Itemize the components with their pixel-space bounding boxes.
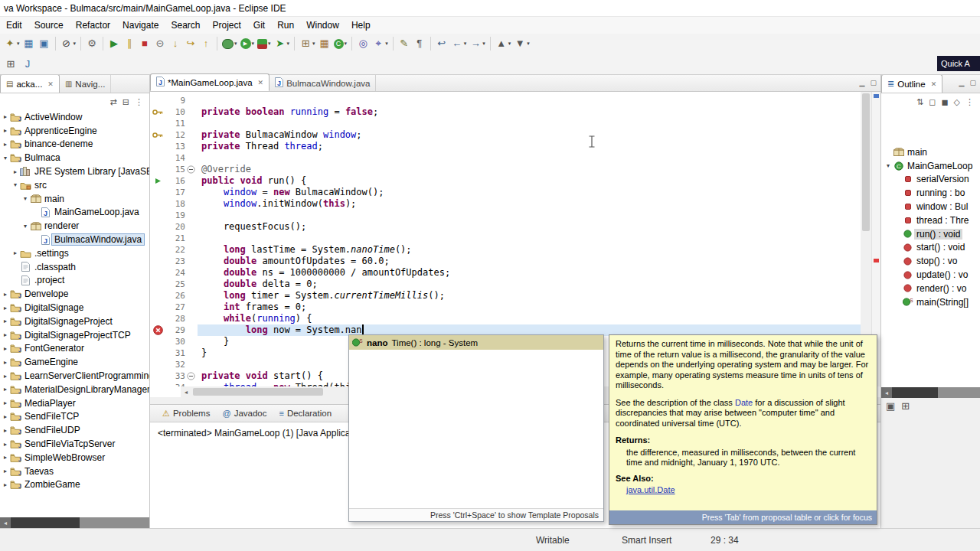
new-java-project-button[interactable]: ⊞▾ xyxy=(298,35,317,52)
outline-item-main[interactable]: main xyxy=(881,145,980,159)
suspend-button[interactable]: ∥ xyxy=(122,35,137,52)
expand-arrow-icon[interactable]: ▸ xyxy=(2,454,9,461)
last-edit-location-button[interactable]: ↩ xyxy=(434,35,449,52)
tree-item-activewindow[interactable]: ▸JActiveWindow xyxy=(0,110,149,124)
code-line-15[interactable]: @Override xyxy=(198,164,861,175)
menu-source[interactable]: Source xyxy=(28,18,70,33)
tree-item-main[interactable]: ▾main xyxy=(0,192,149,206)
restore-view-icon[interactable]: ▣ xyxy=(886,402,895,410)
link-with-editor-icon[interactable]: ⇄ xyxy=(110,98,117,106)
outline-item-window-bul[interactable]: window : Bul xyxy=(881,200,980,214)
close-icon[interactable]: ✕ xyxy=(931,80,937,88)
outline-item-run-void[interactable]: run() : void xyxy=(881,227,980,241)
fold-minus-icon[interactable] xyxy=(185,165,196,174)
tree-item-apprenticeengine[interactable]: ▸JApprenticeEngine xyxy=(0,124,149,138)
previous-annotation-button[interactable]: ▲▾ xyxy=(494,35,513,52)
run-button[interactable]: ▶▾ xyxy=(239,35,256,52)
tree-item-zombiegame[interactable]: ▸JZombieGame xyxy=(0,478,149,492)
step-over-button[interactable]: ↪ xyxy=(183,35,198,52)
tree-item-bulmaca[interactable]: ▾JBulmaca xyxy=(0,151,149,165)
code-line-28[interactable]: while(running) { xyxy=(198,313,861,324)
view-menu-icon[interactable]: ⋮ xyxy=(135,98,143,106)
tab-declaration[interactable]: ≡Declaration xyxy=(273,405,338,422)
outline-item-stop-vo[interactable]: stop() : vo xyxy=(881,254,980,268)
code-line-25[interactable]: double delta = 0; xyxy=(198,279,861,290)
console-view-icon[interactable]: ⊞ xyxy=(901,402,910,410)
error-marker-icon[interactable] xyxy=(150,325,165,335)
tree-item-bulmacawindow-java[interactable]: JBulmacaWindow.java xyxy=(0,233,149,246)
new-package-button[interactable]: ▦ xyxy=(317,35,332,52)
expand-arrow-icon[interactable]: ▸ xyxy=(2,386,9,393)
expand-arrow-icon[interactable]: ▸ xyxy=(2,291,9,298)
maximize-icon[interactable]: ▢ xyxy=(969,79,976,86)
java-perspective-button[interactable]: J xyxy=(20,56,35,73)
hide-fields-icon[interactable]: ◻ xyxy=(929,98,936,106)
terminate-button[interactable]: ■ xyxy=(137,35,152,52)
tree-item-taevas[interactable]: ▸JTaevas xyxy=(0,465,149,478)
scrollbar-thumb[interactable] xyxy=(193,388,323,396)
maximize-icon[interactable]: ▢ xyxy=(870,79,877,86)
code-line-14[interactable] xyxy=(198,152,861,164)
tab-javadoc[interactable]: @Javadoc xyxy=(216,405,273,422)
outline-item-running-bo[interactable]: running : bo xyxy=(881,186,980,200)
explorer-hscrollbar[interactable]: ◂ xyxy=(0,517,149,528)
show-whitespace-button[interactable]: ¶ xyxy=(412,35,427,52)
java-util-date-link[interactable]: java.util.Date xyxy=(626,485,675,494)
new-wizard-button[interactable]: ✦▾ xyxy=(2,35,21,52)
code-line-13[interactable]: private Thread thread; xyxy=(198,141,861,152)
outline-item-render-vo[interactable]: render() : vo xyxy=(881,282,980,295)
expand-arrow-icon[interactable]: ▸ xyxy=(2,318,9,324)
expand-arrow-icon[interactable]: ▸ xyxy=(2,399,9,406)
overview-marker[interactable] xyxy=(874,94,879,98)
scrollbar-thumb[interactable] xyxy=(892,387,938,398)
code-line-24[interactable]: double ns = 1000000000 / amountOfUpdates… xyxy=(198,267,861,279)
tree-item-classpath[interactable]: .classpath xyxy=(0,260,149,274)
tree-item-sendfileudp[interactable]: ▸JSendFileUDP xyxy=(0,423,149,437)
close-icon[interactable]: ✕ xyxy=(47,80,54,88)
code-line-9[interactable] xyxy=(198,95,861,106)
completion-item[interactable]: SnanoTime() : long - System xyxy=(349,335,603,350)
expand-arrow-icon[interactable]: ▾ xyxy=(21,195,29,202)
menu-git[interactable]: Git xyxy=(247,18,271,33)
expand-arrow-icon[interactable]: ▾ xyxy=(11,181,19,188)
hide-static-members-icon[interactable]: ◼ xyxy=(941,98,948,106)
outline-item-start-void[interactable]: start() : void xyxy=(881,241,980,255)
build-all-button[interactable]: ⚙ xyxy=(84,35,100,52)
view-menu-icon[interactable]: ⋮ xyxy=(965,98,974,106)
code-line-18[interactable]: window.initWindow(this); xyxy=(198,198,861,210)
mark-occurrences-button[interactable]: ✎ xyxy=(397,35,412,52)
skip-all-breakpoints-button[interactable]: ⊘▾ xyxy=(59,35,78,52)
outline-item-main-string[interactable]: Smain(String[] xyxy=(881,295,980,309)
hide-non-public-members-icon[interactable]: ◇ xyxy=(954,98,960,106)
expand-arrow-icon[interactable]: ▾ xyxy=(2,155,9,161)
code-line-19[interactable] xyxy=(198,210,861,221)
outline-hscrollbar[interactable]: ◂ xyxy=(881,387,980,398)
tree-item-digitalsignageprojecttcp[interactable]: ▸JDigitalSignageProjectTCP xyxy=(0,328,149,342)
expand-arrow-icon[interactable]: ▾ xyxy=(21,223,29,230)
outline-item-serialversion[interactable]: serialVersion xyxy=(881,173,980,187)
open-perspective-button[interactable]: ⊞ xyxy=(3,56,18,73)
menu-help[interactable]: Help xyxy=(345,18,377,33)
date-link[interactable]: Date xyxy=(735,398,753,407)
expand-arrow-icon[interactable]: ▸ xyxy=(2,359,9,366)
expand-arrow-icon[interactable]: ▾ xyxy=(884,162,892,169)
overview-marker[interactable] xyxy=(874,259,879,262)
menu-run[interactable]: Run xyxy=(271,18,300,33)
tree-item-renderer[interactable]: ▾renderer xyxy=(0,219,149,233)
code-line-11[interactable] xyxy=(198,118,861,129)
code-line-12[interactable]: private BulmacaWindow window; xyxy=(198,129,861,141)
tab-navigator[interactable]: ▥Navig... xyxy=(60,75,111,93)
expand-arrow-icon[interactable]: ▸ xyxy=(2,141,9,148)
step-return-button[interactable]: ↑ xyxy=(198,35,214,52)
outline-item-maingameloop[interactable]: ▾CMainGameLoop xyxy=(881,159,980,173)
tree-item-digitalsignageproject[interactable]: ▸JDigitalSignageProject xyxy=(0,315,149,328)
scroll-left-icon[interactable]: ◂ xyxy=(181,389,191,396)
next-annotation-button[interactable]: ▼▾ xyxy=(512,35,531,52)
scrollbar-thumb[interactable] xyxy=(11,517,80,528)
scroll-left-icon[interactable]: ◂ xyxy=(0,517,11,528)
code-line-21[interactable] xyxy=(198,233,861,244)
scroll-left-icon[interactable]: ◂ xyxy=(881,387,892,398)
code-line-16[interactable]: public void run() { xyxy=(198,175,861,187)
code-line-27[interactable]: int frames = 0; xyxy=(198,302,861,313)
code-line-23[interactable]: double amountOfUpdates = 60.0; xyxy=(198,256,861,267)
